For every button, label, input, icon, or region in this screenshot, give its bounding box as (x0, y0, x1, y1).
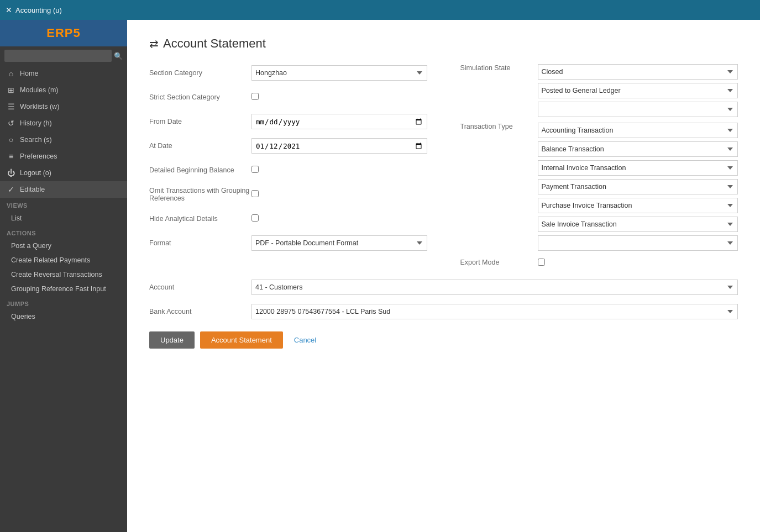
strict-section-category-control (251, 93, 427, 102)
hide-analytical-row: Hide Analytical Details (149, 210, 427, 228)
preferences-icon: ≡ (7, 152, 15, 161)
sidebar-item-post-query[interactable]: Post a Query (0, 239, 127, 253)
transaction-type-select-5[interactable]: Purchase Invoice Transaction (538, 198, 738, 213)
transaction-type-selects: Accounting Transaction Balance Transacti… (538, 123, 738, 251)
logout-icon: ⏻ (7, 168, 15, 177)
detailed-beginning-balance-label: Detailed Beginning Balance (149, 166, 251, 174)
format-control: PDF - Portable Document Format (251, 235, 427, 251)
sidebar-item-editable[interactable]: ✓ Editable (0, 181, 127, 198)
strict-section-category-checkbox[interactable] (251, 93, 259, 100)
account-select[interactable]: 41 - Customers (251, 280, 738, 295)
sidebar-item-label: Preferences (20, 152, 57, 160)
sidebar-item-label: Logout (o) (20, 169, 51, 177)
from-date-label: From Date (149, 118, 251, 125)
simulation-state-select-3[interactable] (538, 102, 738, 117)
strict-section-category-label: Strict Section Category (149, 93, 251, 101)
detailed-beginning-balance-control (251, 166, 427, 175)
sidebar-item-modules[interactable]: ⊞ Modules (m) (0, 82, 127, 98)
omit-transactions-row: Omit Transactions with Grouping Referenc… (149, 186, 427, 203)
transaction-type-select-1[interactable]: Accounting Transaction (538, 123, 738, 138)
queries-label: Queries (11, 313, 35, 320)
bank-account-row: Bank Account 12000 28975 07543677554 - L… (149, 303, 738, 320)
sidebar-item-label: Modules (m) (20, 86, 58, 94)
sidebar-item-worklists[interactable]: ☰ Worklists (w) (0, 98, 127, 115)
cancel-button[interactable]: Cancel (289, 331, 322, 349)
at-date-input[interactable] (251, 138, 427, 154)
bank-account-control: 12000 28975 07543677554 - LCL Paris Sud (251, 304, 738, 319)
sidebar-item-label: History (h) (20, 119, 52, 127)
simulation-state-select-2[interactable]: Posted to General Ledger (538, 83, 738, 98)
format-row: Format PDF - Portable Document Format (149, 234, 427, 252)
transaction-type-row: Transaction Type Accounting Transaction … (460, 123, 738, 251)
hide-analytical-label: Hide Analytical Details (149, 215, 251, 223)
sidebar-item-queries[interactable]: Queries (0, 309, 127, 324)
logo: ERP5 (0, 20, 127, 46)
hide-analytical-checkbox[interactable] (251, 214, 259, 222)
tab-title: Accounting (u) (15, 6, 62, 14)
sidebar-item-list[interactable]: List (0, 211, 127, 225)
sidebar-item-preferences[interactable]: ≡ Preferences (0, 148, 127, 165)
format-select[interactable]: PDF - Portable Document Format (251, 235, 427, 251)
omit-transactions-label: Omit Transactions with Grouping Referenc… (149, 187, 251, 202)
grouping-reference-fast-input-label: Grouping Reference Fast Input (11, 285, 106, 293)
sidebar-item-grouping-reference-fast-input[interactable]: Grouping Reference Fast Input (0, 282, 127, 296)
export-mode-row: Export Mode (460, 259, 738, 268)
hide-analytical-control (251, 214, 427, 223)
history-icon: ↺ (7, 119, 15, 128)
top-bar: ✕ Accounting (u) (0, 0, 760, 20)
simulation-state-selects: Closed Posted to General Ledger (538, 64, 738, 117)
update-button[interactable]: Update (149, 331, 195, 349)
section-category-label: Section Category (149, 69, 251, 77)
sidebar-item-home[interactable]: ⌂ Home (0, 65, 127, 82)
right-form-section: Simulation State Closed Posted to Genera… (460, 64, 738, 274)
section-category-select[interactable]: Hongzhao (251, 65, 427, 81)
detailed-beginning-balance-checkbox[interactable] (251, 166, 259, 173)
section-actions-label: ACTIONS (0, 225, 127, 239)
account-statement-button[interactable]: Account Statement (200, 331, 283, 349)
account-row: Account 41 - Customers (149, 278, 738, 296)
sidebar-item-logout[interactable]: ⏻ Logout (o) (0, 165, 127, 181)
logo-text: ERP5 (46, 26, 81, 40)
sidebar: ERP5 🔍 ⌂ Home ⊞ Modules (m) ☰ Worklists … (0, 20, 127, 532)
strict-section-category-row: Strict Section Category (149, 88, 427, 106)
at-date-row: At Date (149, 137, 427, 155)
create-reversal-transactions-label: Create Reversal Transactions (11, 271, 102, 278)
export-mode-checkbox[interactable] (538, 259, 545, 266)
sidebar-item-create-related-payments[interactable]: Create Related Payments (0, 253, 127, 267)
transaction-type-select-3[interactable]: Internal Invoice Transaction (538, 160, 738, 176)
list-label: List (11, 214, 22, 222)
sidebar-item-history[interactable]: ↺ History (h) (0, 115, 127, 131)
page-title-row: ⇄ Account Statement (149, 36, 738, 51)
section-jumps-label: JUMPS (0, 296, 127, 309)
button-row: Update Account Statement Cancel (149, 331, 738, 349)
transaction-type-select-7[interactable] (538, 235, 738, 251)
close-tab-button[interactable]: ✕ (6, 6, 12, 14)
at-date-label: At Date (149, 142, 251, 150)
sidebar-item-label: Editable (20, 186, 45, 193)
bank-account-label: Bank Account (149, 308, 251, 315)
sidebar-search-container: 🔍 (0, 46, 127, 65)
search-nav-icon: ○ (7, 135, 15, 144)
form-grid: Section Category Hongzhao Strict Section… (149, 64, 738, 274)
search-icon[interactable]: 🔍 (114, 52, 123, 60)
omit-transactions-control (251, 190, 427, 199)
sidebar-item-label: Home (20, 70, 38, 77)
editable-icon: ✓ (7, 185, 15, 194)
section-category-row: Section Category Hongzhao (149, 64, 427, 82)
simulation-state-row: Simulation State Closed Posted to Genera… (460, 64, 738, 117)
content-area: ⇄ Account Statement Section Category Hon… (127, 20, 760, 532)
omit-transactions-checkbox[interactable] (251, 190, 259, 197)
section-category-control: Hongzhao (251, 65, 427, 81)
bank-account-select[interactable]: 12000 28975 07543677554 - LCL Paris Sud (251, 304, 738, 319)
simulation-state-select-1[interactable]: Closed (538, 64, 738, 80)
search-input[interactable] (4, 50, 112, 62)
worklists-icon: ☰ (7, 102, 15, 111)
transaction-type-select-2[interactable]: Balance Transaction (538, 141, 738, 157)
transaction-type-select-4[interactable]: Payment Transaction (538, 179, 738, 194)
sidebar-item-create-reversal-transactions[interactable]: Create Reversal Transactions (0, 267, 127, 282)
from-date-input[interactable] (251, 114, 427, 129)
sidebar-item-search[interactable]: ○ Search (s) (0, 131, 127, 148)
transaction-type-select-6[interactable]: Sale Invoice Transaction (538, 217, 738, 232)
account-label: Account (149, 283, 251, 291)
home-icon: ⌂ (7, 69, 15, 78)
